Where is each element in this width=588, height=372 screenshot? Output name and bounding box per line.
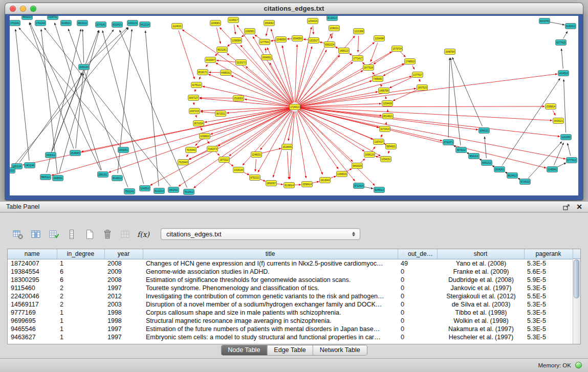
graph-node[interactable]: 1604261 — [494, 167, 505, 172]
graph-node[interactable]: 9752221 — [250, 175, 260, 181]
edit-columns-button[interactable] — [47, 228, 60, 241]
table-row[interactable]: 1872400712008Changes of HCN gene express… — [8, 259, 573, 268]
graph-node[interactable]: 2206081 — [210, 20, 221, 26]
graph-node[interactable]: 1093822 — [200, 134, 210, 139]
graph-node[interactable]: 8103740 — [539, 18, 550, 24]
graph-node[interactable]: 5905112 — [40, 174, 51, 180]
scrollbar-thumb[interactable] — [574, 259, 579, 298]
traffic-light-minimize-button[interactable] — [20, 6, 26, 12]
graph-node[interactable]: 8021261 — [217, 47, 228, 53]
graph-node[interactable]: 3679112 — [456, 147, 467, 153]
column-header[interactable]: short — [437, 249, 524, 259]
graph-node[interactable]: 1420047 — [205, 57, 216, 63]
graph-node[interactable]: 7610412 — [184, 189, 194, 195]
graph-node[interactable]: 9463325 — [352, 163, 363, 169]
graph-node[interactable]: 7625443 — [178, 160, 189, 165]
graph-node[interactable]: 6810112 — [77, 20, 88, 26]
graph-node[interactable]: 1201055 — [561, 135, 572, 140]
graph-node[interactable]: 1254419 — [308, 18, 318, 24]
graph-node[interactable]: 2248058 — [276, 37, 287, 42]
graph-node[interactable]: 1316144 — [233, 167, 244, 173]
table-row[interactable]: 969969511998Structural magnetic resonanc… — [8, 317, 573, 325]
graph-node[interactable]: 4488161 — [221, 70, 231, 76]
table-row[interactable]: 977716911998Corpus callosum shape and si… — [8, 309, 573, 317]
graph-node[interactable]: 1602411 — [168, 187, 179, 193]
table-row[interactable]: 946554611997Estimation of the future num… — [8, 325, 573, 333]
window-titlebar[interactable]: citations_edges.txt — [5, 3, 583, 14]
graph-node[interactable]: 4081212 — [482, 160, 492, 166]
graph-node[interactable]: 1913044 — [320, 178, 331, 183]
graph-node[interactable]: 3271614 — [380, 126, 390, 132]
graph-node[interactable]: 2081311 — [98, 172, 108, 178]
graph-node[interactable]: 1748503 — [405, 59, 416, 64]
graph-node[interactable]: 1046121 — [479, 128, 490, 134]
graph-node[interactable]: 1167427 — [374, 139, 384, 145]
graph-node[interactable]: 9142012 — [112, 176, 123, 181]
graph-node[interactable]: 8518171 — [198, 70, 208, 75]
graph-node[interactable]: 1558414 — [302, 182, 313, 187]
graph-node[interactable]: 2053100 — [79, 64, 90, 70]
graph-node[interactable]: 6791971 — [443, 140, 454, 145]
new-column-button[interactable] — [83, 228, 96, 241]
graph-node[interactable]: 1002124 — [127, 20, 138, 26]
graph-node[interactable]: 9145021 — [61, 20, 72, 26]
graph-node[interactable]: 3671034 — [193, 121, 204, 126]
graph-node[interactable]: 1679734 — [392, 46, 403, 52]
table-row[interactable]: 2242004622012Investigating the contribut… — [8, 292, 573, 300]
graph-node[interactable]: 2260581 — [245, 29, 255, 34]
table-row[interactable]: 1456911722003Disruption of a novel membe… — [8, 300, 573, 309]
graph-node[interactable]: 1240512 — [140, 186, 150, 191]
graph-node[interactable]: 8130414 — [327, 16, 338, 21]
column-header[interactable]: name — [8, 249, 57, 259]
tab-network-table[interactable]: Network Table — [313, 345, 367, 355]
graph-node[interactable]: 8541113 — [469, 154, 480, 159]
tab-edge-table[interactable]: Edge Table — [267, 345, 312, 355]
graph-node[interactable]: 1228327 — [228, 17, 239, 23]
graph-node[interactable]: 1605531 — [53, 176, 63, 181]
column-header[interactable]: year — [104, 249, 143, 259]
graph-node[interactable]: 8514621 — [383, 114, 394, 119]
graph-node[interactable]: 9712414 — [354, 183, 364, 189]
row-options-button[interactable] — [65, 228, 78, 241]
graph-node[interactable]: 1648794 — [445, 49, 455, 55]
graph-node[interactable]: 5854931 — [386, 144, 397, 149]
graph-node[interactable]: 5412214 — [140, 22, 150, 28]
network-canvas[interactable]: 1724013226058112660848021261142004785181… — [10, 16, 578, 195]
graph-node[interactable]: 1877516 — [363, 65, 374, 71]
graph-node[interactable]: 4275121 — [191, 82, 202, 88]
graph-node[interactable]: 4102113 — [10, 168, 15, 173]
graph-node[interactable]: 7485081 — [373, 76, 383, 82]
function-builder-button[interactable]: f(x) — [137, 228, 150, 241]
graph-node[interactable]: 1245041 — [547, 167, 558, 172]
graph-node[interactable]: 1277541 — [259, 39, 270, 45]
graph-node[interactable]: 8624413 — [507, 173, 518, 179]
graph-node[interactable]: 1221398 — [354, 29, 364, 34]
graph-node[interactable]: 9362224 — [324, 42, 335, 48]
close-panel-button[interactable]: ✕ — [576, 202, 582, 212]
graph-node[interactable]: 7501241 — [124, 189, 135, 194]
graph-node[interactable]: 1096191 — [329, 26, 340, 31]
graph-node[interactable]: 1701244 — [35, 20, 46, 26]
graph-node[interactable]: 5810212 — [22, 16, 33, 20]
graph-node[interactable]: 1284519 — [337, 171, 347, 177]
graph-node[interactable]: 1154409 — [382, 101, 393, 106]
graph-node[interactable]: 2104701 — [48, 16, 58, 20]
table-selector-dropdown[interactable]: citations_edges.txt — [161, 228, 360, 240]
graph-node[interactable]: 2067215 — [189, 108, 200, 114]
tab-node-table[interactable]: Node Table — [221, 345, 267, 355]
graph-node[interactable]: 3067127 — [188, 95, 199, 101]
column-header[interactable]: △out_de… — [398, 249, 437, 259]
graph-node[interactable]: 1248151 — [251, 152, 262, 158]
graph-node[interactable]: 1664590 — [292, 36, 303, 41]
graph-node[interactable]: 2074141 — [96, 22, 106, 28]
graph-node[interactable]: 9245012 — [374, 187, 385, 193]
graph-node[interactable]: 6777413 — [567, 158, 577, 163]
graph-node[interactable]: 9160412 — [565, 24, 576, 29]
graph-node[interactable]: 2626065 — [70, 150, 81, 156]
graph-node[interactable]: 1656120 — [364, 152, 375, 158]
column-header[interactable]: pagerank — [524, 249, 573, 259]
graph-node[interactable]: 1124021 — [172, 24, 183, 29]
graph-node[interactable]: 1154498 — [374, 36, 385, 41]
traffic-light-zoom-button[interactable] — [30, 6, 36, 12]
delete-column-button[interactable] — [101, 228, 114, 241]
